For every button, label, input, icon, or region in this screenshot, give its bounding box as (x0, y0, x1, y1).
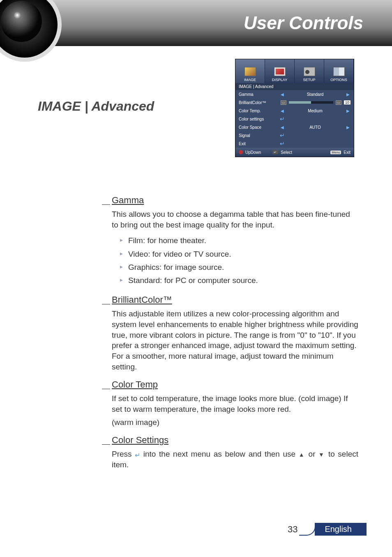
subhead-gamma: Gamma (112, 195, 358, 206)
display-icon (274, 67, 286, 76)
osd-label: Gamma (239, 92, 280, 97)
footer-select: Select (281, 150, 292, 155)
osd-row-exit[interactable]: Exit ↵ (235, 139, 354, 148)
osd-footer: UpDown ↵ Select Menu Exit (235, 148, 354, 157)
menu-key-icon: Menu (330, 151, 341, 154)
cs-press: Press (112, 450, 135, 458)
cs-or: or (309, 450, 319, 458)
osd-label: Color Space (239, 125, 280, 130)
osd-breadcrumb: IMAGE | Advanced (235, 83, 354, 90)
enter-key-icon: ↵ (272, 150, 278, 154)
image-icon (244, 67, 256, 76)
osd-row-colorspace[interactable]: Color Space ◀ AUTO ▶ (235, 123, 354, 131)
list-item: Standard: for PC or computer source. (120, 274, 358, 287)
osd-tab-label: IMAGE (244, 78, 256, 82)
osd-row-colorsettings[interactable]: Color settings ↵ (235, 115, 354, 123)
cs-mid: into the next menu as below and then use (143, 450, 299, 458)
footer-updown: UpDown (245, 150, 261, 155)
enter-icon[interactable]: ↵ (280, 140, 285, 147)
osd-label: Signal (239, 133, 280, 138)
osd-row-brilliant[interactable]: BrilliantColor™ ▭ ▭ 10 (235, 98, 354, 107)
setup-icon (304, 67, 315, 76)
gamma-list: Film: for home theater. Video: for video… (120, 234, 358, 287)
brilliant-para: This adjustable item utilizes a new colo… (112, 309, 358, 372)
page-number: 33 (288, 524, 297, 535)
section-title: IMAGE | Advanced (38, 99, 154, 114)
page-footer: 33 English (288, 523, 367, 536)
osd-label: Color Temp. (239, 109, 280, 113)
enter-icon: ↵ (135, 451, 140, 460)
osd-tab-label: OPTIONS (330, 78, 347, 82)
list-item: Graphics: for image source. (120, 261, 358, 274)
slider[interactable] (289, 101, 333, 104)
osd-tabs: IMAGE DISPLAY SETUP OPTIONS (235, 59, 354, 83)
osd-row-gamma[interactable]: Gamma ◀ Standard ▶ (235, 90, 354, 98)
osd-row-colortemp[interactable]: Color Temp. ◀ Medium ▶ (235, 107, 354, 115)
arrow-right-icon[interactable]: ▶ (346, 109, 350, 113)
osd-menu: IMAGE DISPLAY SETUP OPTIONS IMAGE | Adva… (235, 59, 354, 157)
osd-row-signal[interactable]: Signal ↵ (235, 131, 354, 139)
osd-value: Standard (285, 92, 346, 97)
badge-icon: ▭ (281, 100, 286, 105)
lens-graphic (0, 0, 62, 62)
list-item: Film: for home theater. (120, 234, 358, 247)
osd-label: BrilliantColor™ (239, 100, 280, 105)
slider-value: 10 (344, 100, 350, 104)
osd-label: Color settings (239, 117, 280, 121)
enter-icon[interactable]: ↵ (280, 116, 285, 122)
osd-tab-image[interactable]: IMAGE (235, 59, 265, 83)
arrow-left-icon[interactable]: ◀ (280, 109, 285, 113)
list-item: Video: for video or TV source. (120, 248, 358, 261)
subhead-brilliant: BrilliantColor™ (112, 295, 358, 305)
footer-exit: Exit (344, 150, 350, 155)
enter-icon[interactable]: ↵ (280, 132, 285, 139)
osd-tab-display[interactable]: DISPLAY (265, 59, 295, 83)
colortemp-para2: (warm image) (112, 417, 358, 428)
triangle-up-icon: ▲ (299, 451, 305, 458)
options-icon (333, 67, 345, 76)
body-content: Gamma This allows you to choose a degamm… (112, 188, 358, 473)
footer-curve (299, 523, 316, 536)
colortemp-para1: If set to cold temperature, the image lo… (112, 393, 358, 414)
red-dot-icon (239, 150, 243, 154)
osd-tab-setup[interactable]: SETUP (295, 59, 324, 83)
arrow-right-icon[interactable]: ▶ (346, 92, 350, 97)
colorsettings-para: Press ↵ into the next menu as below and … (112, 449, 358, 470)
osd-tab-options[interactable]: OPTIONS (324, 59, 354, 83)
osd-value: AUTO (285, 125, 346, 130)
osd-value: Medium (285, 109, 346, 113)
header-title: User Controls (244, 13, 363, 33)
gamma-intro: This allows you to choose a degamma tabl… (112, 209, 358, 230)
subhead-colorsettings: Color Settings (112, 435, 358, 446)
lens-inner (1, 1, 42, 42)
subhead-colortemp: Color Temp (112, 379, 358, 390)
header-banner: User Controls (0, 0, 392, 46)
arrow-left-icon[interactable]: ◀ (280, 125, 285, 130)
badge-icon: ▭ (336, 100, 341, 105)
osd-tab-label: SETUP (303, 78, 315, 82)
triangle-down-icon: ▼ (318, 451, 325, 458)
footer-language: English (315, 523, 367, 536)
arrow-left-icon[interactable]: ◀ (280, 92, 285, 97)
arrow-right-icon[interactable]: ▶ (346, 125, 350, 130)
osd-label: Exit (239, 142, 280, 146)
osd-tab-label: DISPLAY (272, 78, 287, 82)
